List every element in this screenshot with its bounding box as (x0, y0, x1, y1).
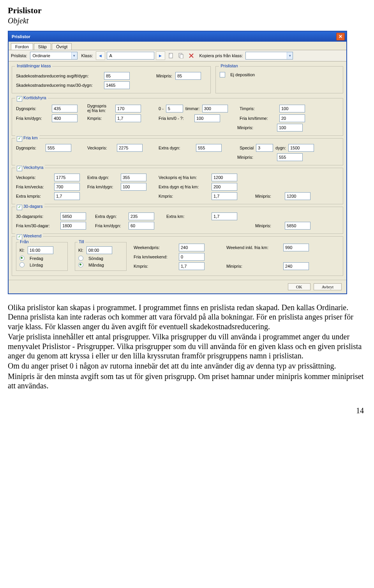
tretti-mini-input[interactable]: 5850 (285, 222, 310, 230)
tretti-extrakm-input[interactable]: 1,7 (212, 212, 237, 220)
friakm30-input[interactable]: 1800 (60, 222, 86, 230)
reduc-label: Skadekostnadsreducering avgift/dygn: (16, 74, 101, 78)
vh-friakmdygn-label: Fria km/dygn: (87, 184, 118, 189)
friakm-extra-input[interactable]: 555 (196, 144, 222, 152)
tretti-friakmdygn-input[interactable]: 60 (129, 222, 154, 230)
tabbar: Fordon Släp Övrigt (9, 42, 346, 50)
new-button[interactable] (167, 52, 175, 60)
close-button[interactable]: ✕ (336, 33, 345, 40)
timpris-input[interactable]: 100 (279, 105, 305, 112)
friakmvecka-input[interactable]: 700 (54, 183, 80, 191)
friakm0-input[interactable]: 100 (194, 114, 220, 122)
ok-button[interactable]: OK (288, 283, 310, 290)
timmar-label: timmar: (185, 106, 200, 111)
timval-input[interactable]: 300 (202, 105, 228, 112)
close-icon: ✕ (339, 34, 342, 39)
special-dygn-label: dygn: (275, 146, 286, 150)
klass-prev-button[interactable]: ◄ (96, 51, 105, 60)
hours-input[interactable]: 5 (166, 105, 183, 112)
friakmdygn-input[interactable]: 400 (52, 114, 78, 122)
fredag-radio[interactable] (19, 256, 25, 261)
winkl-input[interactable]: 990 (283, 244, 309, 251)
veckohyra-checkbox[interactable]: ✓ (17, 166, 22, 171)
special-label: Special (240, 146, 254, 150)
to-subgroup: Till Kl:08:00 Söndag Måndag (75, 242, 127, 271)
veckoej-label: Veckopris ej fria km: (159, 175, 209, 180)
instellningar-klass-group: Inställningar klass Skadekostnadsreducer… (12, 66, 211, 93)
friakm-vecko-label: Veckopris: (87, 146, 115, 150)
fkmw-label: Fria km/weekend: (134, 255, 176, 259)
korttidshyra-legend: ✓Korttidshyra (15, 95, 48, 102)
friakm-legend: ✓Fria km (15, 135, 39, 142)
prislista-value: Ordinarie (30, 53, 53, 58)
prislista-select[interactable]: Ordinarie ▾ (30, 52, 78, 60)
veckohyra-group: ✓Veckohyra Veckopris:1775 Extra dygn:355… (12, 168, 343, 204)
para-4: Minipris är den minsta avgift som tas ut… (8, 372, 366, 391)
tab-fordon[interactable]: Fordon (11, 43, 33, 50)
copy-button[interactable] (177, 52, 185, 60)
tretti-pris-input[interactable]: 5850 (60, 212, 86, 220)
to-time-input[interactable]: 08:00 (86, 246, 112, 254)
weekendpris-label: Weekendpris: (134, 245, 176, 250)
weekend-legend: ✓Weekend (15, 233, 43, 240)
sondag-label: Söndag (88, 256, 103, 261)
friakm-extra-label: Extra dygn: (159, 146, 194, 150)
friakmtimme-input[interactable]: 20 (279, 114, 305, 122)
mandag-radio[interactable] (78, 262, 83, 267)
friakm-vecko-input[interactable]: 2275 (117, 144, 143, 152)
vh-friakmdygn-input[interactable]: 100 (121, 183, 146, 191)
friakm30-label: Fria km/30-dagar: (16, 223, 58, 228)
klass-next-button[interactable]: ► (156, 51, 165, 60)
vh-mini-input[interactable]: 1200 (285, 192, 310, 200)
korttidshyra-checkbox[interactable]: ✓ (17, 96, 22, 102)
minipris-input[interactable]: 85 (175, 72, 201, 80)
veckoej-input[interactable]: 1200 (212, 174, 237, 181)
chevron-down-icon: ▾ (71, 52, 77, 59)
winkl-label: Weekend inkl. fria km: (226, 245, 281, 250)
we-mini-input[interactable]: 240 (283, 262, 309, 270)
kortt-minipris-input[interactable]: 100 (277, 124, 303, 132)
extrakmpris-input[interactable]: 1,7 (54, 192, 80, 200)
weekend-checkbox[interactable]: ✓ (17, 234, 22, 240)
tretti-extra-input[interactable]: 235 (129, 212, 154, 220)
page-number: 14 (8, 406, 366, 415)
extradygnej-input[interactable]: 200 (212, 183, 237, 191)
document-icon (168, 53, 174, 58)
tab-ovrigt[interactable]: Övrigt (52, 43, 72, 50)
weekendpris-input[interactable]: 240 (179, 244, 205, 251)
weekend-group: ✓Weekend Från Kl:16:00 Fredag Lördag Til… (12, 236, 343, 276)
timpris-label: Timpris: (240, 106, 277, 111)
fkmw-input[interactable]: 0 (179, 253, 205, 261)
veckopris-input[interactable]: 1775 (54, 174, 80, 181)
special-v-input[interactable]: 1500 (288, 144, 314, 152)
we-kmpris-input[interactable]: 1,7 (179, 262, 205, 270)
vh-extra-input[interactable]: 355 (121, 174, 146, 181)
sondag-radio[interactable] (78, 256, 83, 261)
delete-button[interactable] (187, 52, 196, 60)
fredag-label: Fredag (30, 256, 43, 261)
max-input[interactable]: 1465 (104, 81, 130, 89)
veckohyra-legend: ✓Veckohyra (15, 165, 45, 171)
klass-select[interactable]: A (107, 52, 154, 60)
kmpris-input[interactable]: 1,7 (115, 114, 141, 122)
from-time-input[interactable]: 16:00 (28, 246, 53, 254)
tretti-group: ✓30-dagars 30-dagarspris:5850 Extra dygn… (12, 207, 343, 234)
dygnspris-input[interactable]: 435 (52, 105, 78, 112)
tretti-checkbox[interactable]: ✓ (17, 205, 22, 210)
ej-deposition-checkbox[interactable] (220, 72, 225, 77)
friakm-checkbox[interactable]: ✓ (17, 136, 22, 142)
friakm-dygn-label: Dygnspris: (16, 146, 43, 150)
tab-slap[interactable]: Släp (34, 43, 51, 50)
vh-kmpris-input[interactable]: 1,7 (212, 192, 237, 200)
lordag-radio[interactable] (19, 262, 25, 267)
para-1: Olika prislistor kan skapas i programmet… (8, 303, 366, 331)
friakm-dygn-input[interactable]: 555 (46, 144, 71, 152)
cancel-button[interactable]: Avbryt (314, 283, 342, 290)
special-n-input[interactable]: 3 (256, 144, 273, 152)
tretti-friakmdygn-label: Fria km/dygn: (95, 223, 126, 228)
dygnspris-ej-input[interactable]: 170 (115, 105, 141, 112)
kopiera-select[interactable]: ▾ (245, 52, 293, 60)
prislista-label: Prislista: (11, 53, 27, 58)
reduc-input[interactable]: 85 (104, 72, 130, 80)
friakm-mini-input[interactable]: 555 (277, 153, 303, 161)
